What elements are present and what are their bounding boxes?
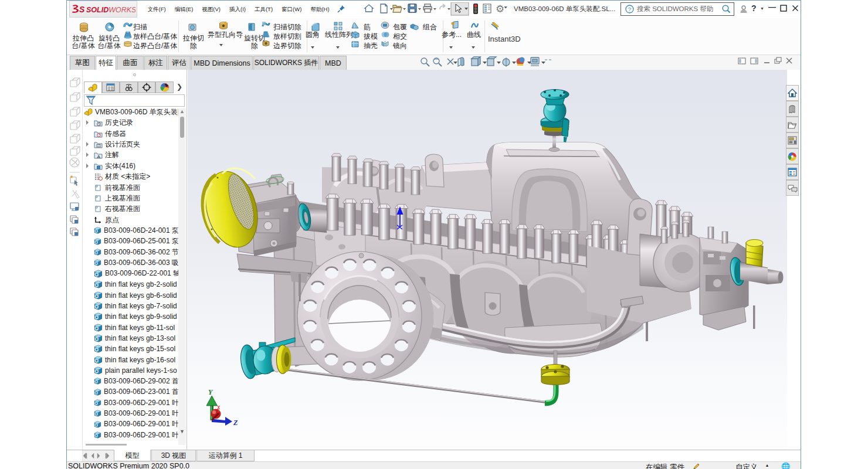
svg-text:Z: Z — [233, 419, 238, 427]
svg-text:A: A — [97, 154, 101, 159]
svg-text:?: ? — [628, 6, 631, 12]
svg-text:⚙: ⚙ — [496, 4, 504, 15]
svg-text:SOLIDWORKS: SOLIDWORKS — [86, 5, 135, 13]
svg-text:S: S — [79, 5, 85, 14]
